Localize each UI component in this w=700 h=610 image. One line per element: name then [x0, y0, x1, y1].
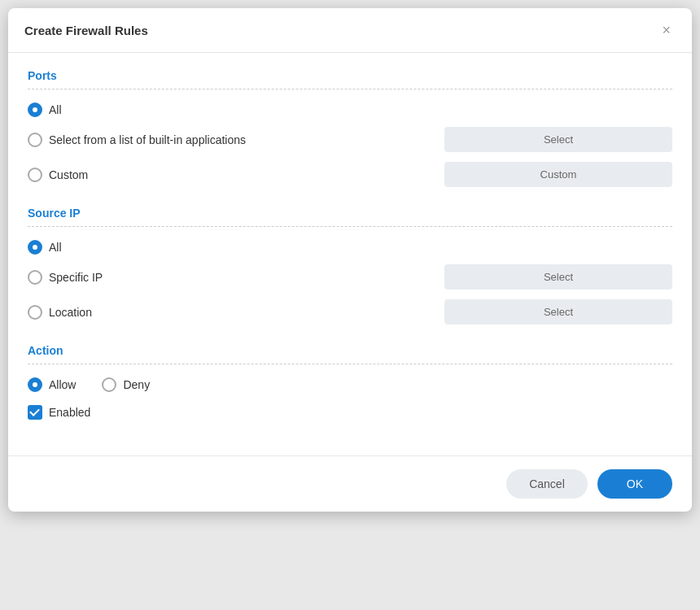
src-location-select-button[interactable]: Select	[444, 299, 672, 325]
dialog-title: Create Firewall Rules	[24, 24, 148, 37]
ports-all-radio[interactable]	[28, 102, 42, 117]
action-allow-label[interactable]: Allow	[28, 377, 76, 392]
action-allow-radio[interactable]	[28, 377, 42, 392]
ports-custom-radio[interactable]	[28, 168, 42, 182]
action-radio-row: Allow Deny	[28, 377, 672, 392]
ports-builtin-radio[interactable]	[28, 133, 42, 147]
src-specific-row: Specific IP Select	[28, 264, 672, 290]
enabled-label: Enabled	[49, 406, 90, 419]
ports-custom-label[interactable]: Custom	[28, 168, 272, 182]
src-specific-radio[interactable]	[28, 270, 42, 285]
dialog-header: Create Firewall Rules ×	[8, 8, 692, 53]
dialog-footer: Cancel OK	[8, 455, 692, 512]
ports-divider	[28, 89, 672, 89]
action-section-title: Action	[28, 344, 672, 357]
src-all-radio[interactable]	[28, 240, 42, 255]
enabled-checkbox[interactable]	[28, 405, 42, 420]
ports-builtin-text: Select from a list of built-in applicati…	[49, 133, 246, 146]
action-section: Action Allow Deny Enabled	[28, 344, 672, 420]
ports-builtin-select-button[interactable]: Select	[444, 127, 672, 152]
ports-custom-row: Custom Custom	[28, 162, 672, 187]
close-button[interactable]: ×	[657, 21, 676, 39]
action-allow-text: Allow	[49, 378, 76, 391]
ports-builtin-row: Select from a list of built-in applicati…	[28, 127, 672, 152]
src-all-row: All	[28, 240, 672, 255]
src-location-text: Location	[49, 306, 92, 319]
action-divider	[28, 364, 672, 364]
ports-section-title: Ports	[28, 69, 672, 82]
ok-button[interactable]: OK	[597, 469, 672, 499]
ports-all-label[interactable]: All	[28, 102, 272, 117]
create-firewall-dialog: Create Firewall Rules × Ports All Select…	[8, 8, 692, 512]
action-deny-radio[interactable]	[102, 377, 116, 392]
ports-custom-button[interactable]: Custom	[444, 162, 672, 187]
ports-all-row: All	[28, 102, 672, 117]
action-deny-text: Deny	[123, 378, 150, 391]
enabled-row: Enabled	[28, 405, 672, 420]
src-all-text: All	[49, 241, 62, 254]
source-ip-section: Source IP All Specific IP Select	[28, 207, 672, 325]
dialog-body: Ports All Select from a list of built-in…	[8, 53, 692, 455]
src-location-label[interactable]: Location	[28, 305, 272, 320]
src-location-row: Location Select	[28, 299, 672, 325]
cancel-button[interactable]: Cancel	[506, 469, 588, 499]
src-specific-label[interactable]: Specific IP	[28, 270, 272, 285]
source-ip-section-title: Source IP	[28, 207, 672, 220]
src-location-radio[interactable]	[28, 305, 42, 320]
source-ip-divider	[28, 226, 672, 227]
ports-section: Ports All Select from a list of built-in…	[28, 69, 672, 187]
ports-all-text: All	[49, 103, 62, 116]
action-deny-label[interactable]: Deny	[102, 377, 150, 392]
src-specific-select-button[interactable]: Select	[444, 264, 672, 290]
src-all-label[interactable]: All	[28, 240, 272, 255]
ports-custom-text: Custom	[49, 168, 88, 181]
src-specific-text: Specific IP	[49, 271, 103, 284]
ports-builtin-label[interactable]: Select from a list of built-in applicati…	[28, 133, 272, 147]
